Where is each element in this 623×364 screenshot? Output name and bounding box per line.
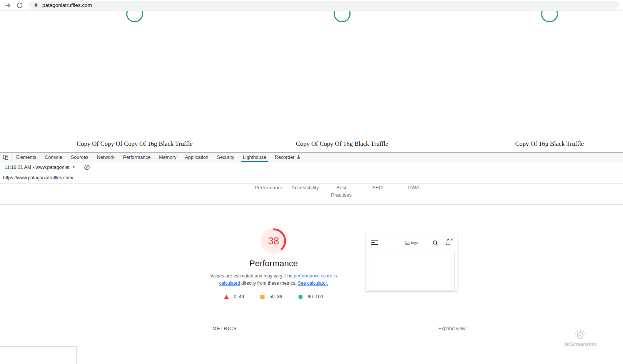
divider [0, 183, 623, 184]
tab-label: Network [97, 155, 115, 160]
url-text[interactable]: patagoniatruffles.com [42, 2, 92, 8]
description-text: directly from these metrics. [240, 281, 298, 286]
tab-sources[interactable]: Sources [67, 153, 93, 162]
watermark-label: jetScreenshot [561, 342, 600, 347]
address-bar[interactable]: patagoniatruffles.com [28, 1, 619, 10]
tab-label: Recorder [275, 155, 294, 160]
forward-icon[interactable] [5, 2, 12, 9]
legend-average: 50–89 [260, 294, 282, 299]
cart-count: 0 [451, 238, 453, 241]
tab-label: Sources [71, 155, 89, 160]
legend-range: 0–49 [234, 294, 244, 299]
tab-console[interactable]: Console [40, 153, 67, 162]
report-run-selector[interactable]: 11:16:01 AM - www.patagoniat ▼ [5, 165, 75, 170]
product-title-link[interactable]: Copy Of Copy Of Copy Of 16g Black Truffl… [77, 140, 192, 148]
tab-lighthouse[interactable]: Lighthouse [239, 153, 271, 162]
product-title-link[interactable]: Copy Of 16g Black Truffle [515, 140, 584, 148]
logo-alt-text: logo [411, 240, 419, 245]
thumbnail-content-area [369, 252, 455, 291]
divider [76, 346, 77, 364]
tab-label: Security [217, 155, 234, 160]
tab-label: Performance [123, 155, 151, 160]
tab-security[interactable]: Security [213, 153, 239, 162]
category-link-pwa[interactable]: PWA [396, 184, 432, 199]
divider [212, 336, 338, 336]
metrics-section-heading: METRICS [212, 326, 237, 331]
broken-logo-image: logo [405, 240, 419, 245]
tab-recorder[interactable]: Recorder [271, 153, 305, 162]
search-icon [433, 240, 438, 247]
tab-network[interactable]: Network [93, 153, 119, 162]
legend-range: 90–100 [308, 294, 323, 299]
browser-toolbar: patagoniatruffles.com [0, 0, 623, 11]
watermark: jetScreenshot [561, 329, 600, 347]
tab-memory[interactable]: Memory [155, 153, 180, 162]
see-calculator-link[interactable]: See calculator. [298, 281, 328, 286]
lock-icon[interactable] [33, 2, 38, 9]
fail-triangle-icon [224, 295, 229, 299]
tab-performance[interactable]: Performance [119, 153, 155, 162]
description-text: Values are estimated and may vary. The [210, 273, 294, 279]
clear-reports-icon[interactable] [84, 164, 90, 170]
category-nav: Performance Accessibility Best Practices… [251, 184, 432, 199]
category-link-best-practices[interactable]: Best Practices [323, 184, 359, 199]
tab-label: Lighthouse [243, 155, 266, 160]
pass-circle-icon [299, 295, 303, 299]
legend-fail: 0–49 [224, 294, 244, 299]
report-url: https://www.patagoniatruffles.com/ [3, 175, 73, 180]
screen: patagoniatruffles.com Copy Of Copy Of Co… [0, 0, 623, 364]
category-title: Performance [249, 259, 298, 269]
tab-label: Console [45, 155, 62, 160]
score-legend: 0–49 50–89 90–100 [224, 294, 323, 299]
watermark-eye-icon [575, 329, 586, 340]
score-description: Values are estimated and may vary. The p… [210, 272, 337, 287]
divider [343, 249, 343, 272]
legend-range: 50–89 [269, 294, 282, 299]
run-selector-label: 11:16:01 AM - www.patagoniat [5, 165, 70, 170]
tab-label: Elements [16, 155, 36, 160]
thumbnail-header: logo 0 [366, 234, 458, 252]
category-link-seo[interactable]: SEO [359, 184, 396, 199]
lighthouse-toolbar: 11:16:01 AM - www.patagoniat ▼ [0, 162, 623, 172]
tab-elements[interactable]: Elements [12, 153, 40, 162]
broken-image-icon [405, 241, 410, 245]
page-screenshot-thumbnail: logo 0 [366, 234, 458, 292]
category-link-accessibility[interactable]: Accessibility [287, 184, 323, 199]
experiment-flask-icon [296, 154, 301, 160]
tab-label: Application [185, 155, 208, 160]
score-value: 38 [261, 228, 287, 254]
category-link-performance[interactable]: Performance [251, 184, 287, 199]
performance-score-gauge[interactable]: 38 [261, 228, 287, 254]
product-title-link[interactable]: Copy Of Copy Of 16g Black Truffle [296, 140, 388, 148]
divider [345, 336, 472, 336]
expand-view-button[interactable]: Expand view [438, 326, 466, 331]
tab-application[interactable]: Application [180, 153, 212, 162]
divider [0, 346, 76, 347]
divider [0, 204, 623, 205]
devtools-tabbar: Elements Console Sources Network Perform… [0, 153, 623, 162]
menu-icon [371, 240, 378, 246]
legend-pass: 90–100 [299, 294, 323, 299]
reload-icon[interactable] [16, 2, 23, 9]
devtools-panel: Elements Console Sources Network Perform… [0, 152, 623, 364]
cart-bag-icon: 0 [446, 239, 451, 247]
average-square-icon [260, 295, 264, 299]
toggle-device-toolbar-icon[interactable] [0, 153, 12, 162]
chevron-down-icon: ▼ [72, 165, 75, 169]
lighthouse-report: https://www.patagoniatruffles.com/ Perfo… [0, 172, 623, 364]
tab-label: Memory [159, 155, 176, 160]
